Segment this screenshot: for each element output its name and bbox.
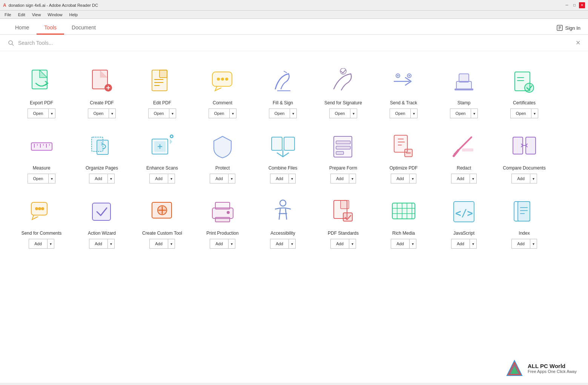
tool-item-stamp: Stamp Open ▾ [434,59,494,124]
tab-document[interactable]: Document [64,21,103,35]
action-wizard-icon [87,197,117,227]
tool-btn-main-protect[interactable]: Add [210,174,228,183]
tool-btn-main-pdf-standards[interactable]: Add [330,239,349,249]
tool-btn-main-combine-files[interactable]: Add [270,174,289,183]
svg-point-72 [280,200,286,206]
svg-point-71 [227,211,230,214]
tool-name-print-production: Print Production [206,231,238,236]
svg-rect-50 [336,141,350,144]
tool-btn-dropdown-print-production[interactable]: ▾ [228,239,235,249]
svg-rect-69 [215,202,230,209]
tool-btn-dropdown-organize-pages[interactable]: ▾ [107,174,115,183]
tool-btn-dropdown-javascript[interactable]: ▾ [470,239,477,249]
tool-btn-dropdown-create-pdf[interactable]: ▾ [109,108,116,118]
tool-btn-main-action-wizard[interactable]: Add [89,239,107,249]
search-input[interactable] [18,40,572,46]
svg-rect-57 [513,137,523,154]
tool-btn-main-send-track[interactable]: Open [390,108,411,118]
send-comments-icon [26,197,57,227]
tool-btn-dropdown-comment[interactable]: ▾ [229,108,236,118]
tool-btn-main-create-custom-tool[interactable]: Add [149,239,168,249]
tool-btn-dropdown-fill-sign[interactable]: ▾ [290,108,297,118]
tool-btn-main-optimize-pdf[interactable]: Add [391,174,409,183]
tool-btn-main-send-comments[interactable]: Add [29,239,47,249]
close-button[interactable]: ✕ [579,2,585,8]
enhance-scans-icon [147,131,177,162]
svg-point-22 [397,75,399,76]
svg-rect-47 [272,137,282,150]
tool-btn-main-stamp[interactable]: Open [450,108,471,118]
tool-btn-main-certificates[interactable]: Open [510,108,531,118]
tool-name-fill-sign: Fill & Sign [273,100,293,105]
tool-btn-dropdown-rich-media[interactable]: ▾ [409,239,416,249]
tool-btn-group-protect: Add ▾ [210,174,235,183]
svg-line-5 [12,44,14,46]
svg-point-60 [35,207,38,210]
tool-btn-dropdown-edit-pdf[interactable]: ▾ [169,108,176,118]
accessibility-icon [268,197,298,227]
tool-btn-main-redact[interactable]: Add [451,174,470,183]
maximize-button[interactable]: □ [571,2,577,8]
tool-btn-dropdown-pdf-standards[interactable]: ▾ [349,239,356,249]
tool-btn-dropdown-action-wizard[interactable]: ▾ [107,239,115,249]
tool-btn-main-comment[interactable]: Open [209,108,230,118]
tool-btn-group-measure: Open ▾ [28,174,56,183]
tool-btn-main-create-pdf[interactable]: Open [88,108,109,118]
export-pdf-icon [26,66,57,96]
svg-point-24 [408,75,410,76]
tool-btn-dropdown-optimize-pdf[interactable]: ▾ [409,174,416,183]
tool-btn-group-accessibility: Add ▾ [270,239,296,249]
tool-btn-main-export-pdf[interactable]: Open [28,108,49,118]
tool-btn-dropdown-export-pdf[interactable]: ▾ [48,108,55,118]
tool-btn-dropdown-combine-files[interactable]: ▾ [289,174,296,183]
search-clear-icon[interactable]: ✕ [576,39,580,46]
tool-btn-main-send-signature[interactable]: Open [329,108,350,118]
tool-btn-main-measure[interactable]: Open [28,174,49,183]
tool-btn-dropdown-accessibility[interactable]: ▾ [289,239,296,249]
tool-btn-main-javascript[interactable]: Add [451,239,470,249]
tool-btn-main-accessibility[interactable]: Add [270,239,289,249]
menu-window[interactable]: Window [45,12,65,18]
tool-btn-dropdown-stamp[interactable]: ▾ [471,108,478,118]
tool-btn-group-organize-pages: Add ▾ [89,174,115,183]
send-signature-icon [328,66,358,96]
tool-btn-dropdown-send-comments[interactable]: ▾ [47,239,54,249]
tool-btn-main-fill-sign[interactable]: Open [269,108,290,118]
tool-btn-main-enhance-scans[interactable]: Add [149,174,168,183]
nav-tabs: Home Tools Document Sign In [0,19,588,35]
tool-btn-main-print-production[interactable]: Add [210,239,228,249]
tool-btn-dropdown-index[interactable]: ▾ [530,239,537,249]
tool-btn-dropdown-measure[interactable]: ▾ [48,174,55,183]
svg-point-4 [9,41,12,44]
tool-btn-dropdown-compare-documents[interactable]: ▾ [530,174,537,183]
minimize-button[interactable]: ─ [564,2,570,8]
sign-in-button[interactable]: Sign In [556,24,580,31]
menu-view[interactable]: View [29,12,44,18]
tool-btn-dropdown-certificates[interactable]: ▾ [531,108,538,118]
tool-btn-main-rich-media[interactable]: Add [391,239,409,249]
tool-btn-dropdown-send-signature[interactable]: ▾ [350,108,357,118]
tool-btn-dropdown-enhance-scans[interactable]: ▾ [168,174,175,183]
tab-tools[interactable]: Tools [37,21,64,35]
tool-btn-dropdown-prepare-form[interactable]: ▾ [349,174,356,183]
tool-name-action-wizard: Action Wizard [88,231,116,236]
tool-btn-main-organize-pages[interactable]: Add [89,174,107,183]
prepare-form-icon [328,131,358,162]
menu-file[interactable]: File [2,12,14,18]
tool-btn-main-edit-pdf[interactable]: Open [148,108,169,118]
tools-panel: Export PDF Open ▾ Create PDF Open ▾ [0,51,588,383]
tool-btn-main-compare-documents[interactable]: Add [511,174,530,183]
menu-help[interactable]: Help [66,12,81,18]
tool-btn-dropdown-send-track[interactable]: ▾ [410,108,418,118]
watermark-line1: ALL PC World [528,363,577,369]
tool-btn-dropdown-redact[interactable]: ▾ [470,174,477,183]
menu-edit[interactable]: Edit [15,12,28,18]
tab-home[interactable]: Home [8,21,37,35]
tool-item-redact: Redact Add ▾ [434,124,494,189]
tool-btn-dropdown-protect[interactable]: ▾ [228,174,235,183]
tool-btn-dropdown-create-custom-tool[interactable]: ▾ [168,239,175,249]
tool-btn-main-prepare-form[interactable]: Add [330,174,349,183]
tool-btn-main-index[interactable]: Add [511,239,530,249]
tool-btn-group-optimize-pdf: Add ▾ [391,174,416,183]
watermark-logo [505,359,524,377]
